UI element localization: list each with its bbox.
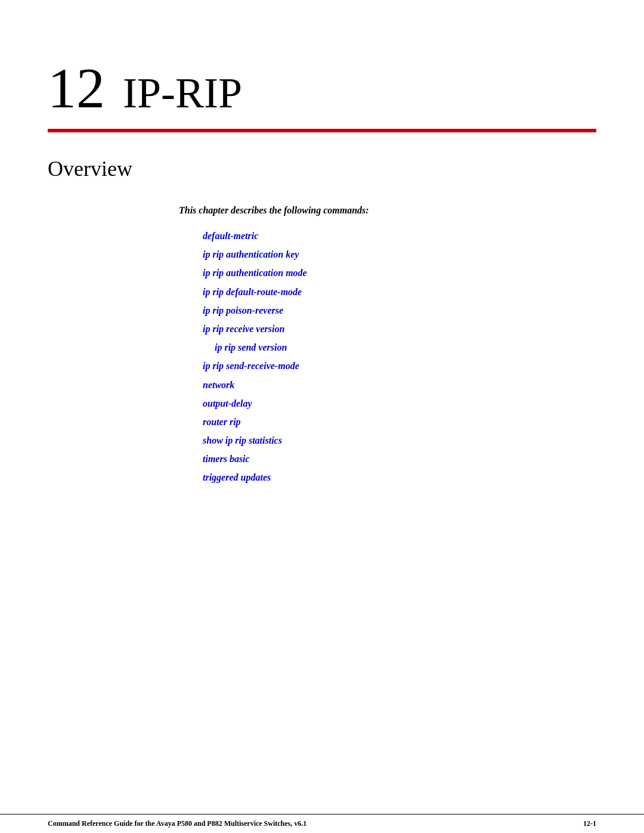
command-item[interactable]: ip rip poison-reverse (203, 302, 596, 318)
chapter-number: 12 (48, 60, 105, 117)
command-item[interactable]: ip rip default-route-mode (203, 284, 596, 300)
command-item[interactable]: ip rip send-receive-mode (203, 358, 596, 374)
commands-list: default-metricip rip authentication keyi… (203, 228, 596, 486)
command-item[interactable]: default-metric (203, 228, 596, 244)
command-item[interactable]: timers basic (203, 451, 596, 467)
red-divider (48, 129, 596, 132)
page-container: 12 IP-RIP Overview This chapter describe… (0, 0, 644, 833)
chapter-title: IP-RIP (123, 72, 242, 114)
command-item[interactable]: ip rip send version (215, 339, 596, 355)
command-item[interactable]: ip rip receive version (203, 321, 596, 337)
content-area: 12 IP-RIP Overview This chapter describe… (0, 0, 644, 534)
footer-area: Command Reference Guide for the Avaya P5… (0, 814, 644, 833)
command-item[interactable]: ip rip authentication mode (203, 265, 596, 281)
command-item[interactable]: triggered updates (203, 469, 596, 485)
footer-left: Command Reference Guide for the Avaya P5… (48, 819, 306, 828)
command-item[interactable]: ip rip authentication key (203, 246, 596, 262)
chapter-header: 12 IP-RIP (48, 36, 596, 117)
footer-right: 12-1 (583, 819, 596, 828)
command-item[interactable]: show ip rip statistics (203, 432, 596, 448)
section-title: Overview (48, 156, 596, 181)
commands-intro: This chapter describes the following com… (179, 205, 596, 216)
command-item[interactable]: router rip (203, 414, 596, 430)
command-item[interactable]: output-delay (203, 395, 596, 411)
command-item[interactable]: network (203, 377, 596, 393)
